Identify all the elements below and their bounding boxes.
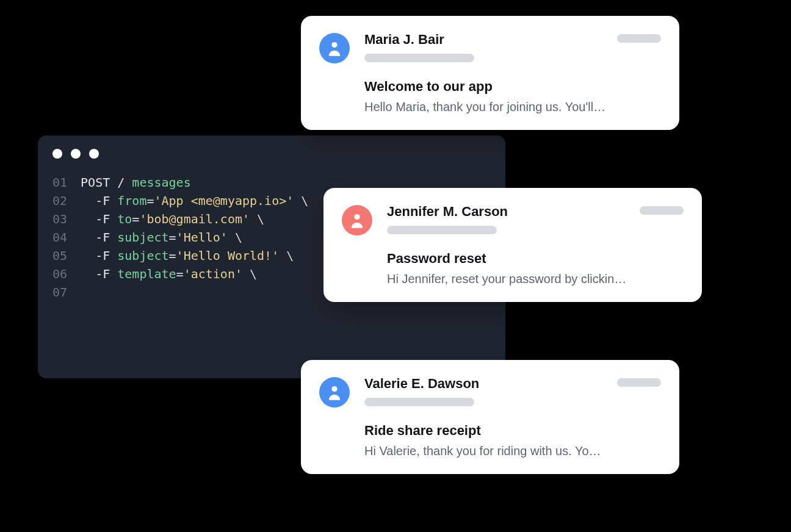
window-dot-close-icon (52, 149, 62, 159)
sender-name: Valerie E. Dawson (364, 376, 479, 392)
avatar (319, 33, 350, 63)
avatar (342, 205, 372, 235)
card-header: Maria J. Bair (364, 32, 661, 62)
svg-point-2 (331, 386, 337, 392)
meta-placeholder (364, 398, 474, 406)
badge-placeholder (640, 206, 684, 215)
sender-name: Maria J. Bair (364, 32, 474, 48)
person-icon (350, 212, 364, 228)
window-controls (52, 149, 491, 159)
person-icon (328, 384, 341, 400)
avatar (319, 377, 350, 408)
sender-name: Jennifer M. Carson (387, 204, 508, 220)
window-dot-minimize-icon (71, 149, 81, 159)
window-dot-zoom-icon (89, 149, 99, 159)
card-header: Jennifer M. Carson (387, 204, 684, 234)
card-body: Maria J. Bair Welcome to our app Hello M… (364, 32, 661, 114)
message-preview: Hi Jennifer, reset your password by clic… (387, 272, 684, 286)
badge-placeholder (617, 34, 661, 43)
message-subject: Ride share receipt (364, 422, 661, 439)
message-subject: Welcome to our app (364, 78, 661, 95)
badge-placeholder (617, 378, 661, 387)
message-subject: Password reset (387, 250, 684, 267)
meta-placeholder (364, 54, 474, 62)
svg-point-1 (354, 214, 359, 220)
svg-point-0 (331, 42, 337, 48)
message-card[interactable]: Maria J. Bair Welcome to our app Hello M… (301, 16, 679, 130)
person-icon (328, 40, 341, 56)
card-body: Valerie E. Dawson Ride share receipt Hi … (364, 376, 661, 458)
message-card[interactable]: Valerie E. Dawson Ride share receipt Hi … (301, 360, 679, 474)
message-preview: Hello Maria, thank you for joining us. Y… (364, 100, 661, 114)
message-preview: Hi Valerie, thank you for riding with us… (364, 444, 661, 458)
message-card[interactable]: Jennifer M. Carson Password reset Hi Jen… (323, 188, 702, 302)
card-body: Jennifer M. Carson Password reset Hi Jen… (387, 204, 684, 286)
card-header: Valerie E. Dawson (364, 376, 661, 406)
meta-placeholder (387, 226, 497, 234)
